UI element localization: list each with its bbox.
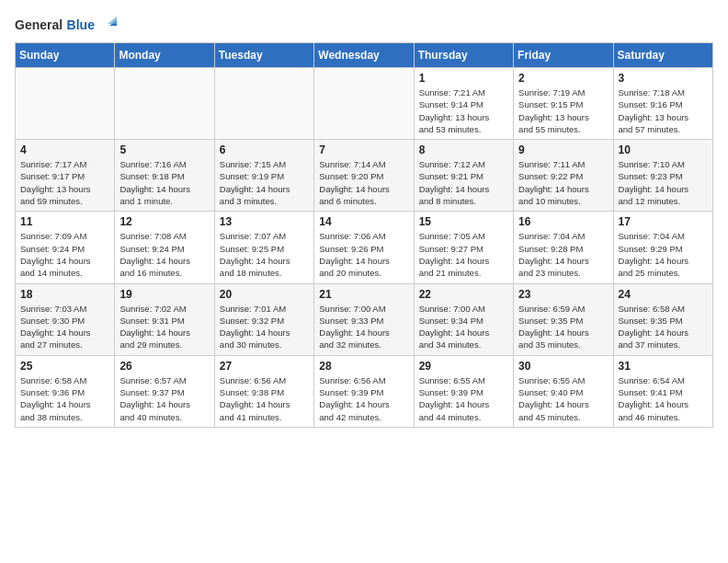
day-number: 31 — [619, 360, 708, 373]
calendar-cell — [16, 68, 115, 140]
day-number: 2 — [518, 72, 608, 85]
calendar-cell — [115, 68, 214, 140]
logo-text-block: General Blue — [15, 17, 95, 33]
svg-marker-1 — [108, 17, 117, 24]
day-info: Sunrise: 7:18 AM Sunset: 9:16 PM Dayligh… — [619, 86, 708, 135]
calendar-cell: 20Sunrise: 7:01 AM Sunset: 9:32 PM Dayli… — [214, 283, 313, 355]
weekday-header: Tuesday — [214, 43, 313, 68]
day-number: 18 — [20, 288, 109, 301]
day-info: Sunrise: 6:58 AM Sunset: 9:36 PM Dayligh… — [20, 374, 109, 423]
day-info: Sunrise: 7:01 AM Sunset: 9:32 PM Dayligh… — [220, 303, 309, 351]
day-number: 24 — [619, 288, 708, 301]
calendar-cell: 25Sunrise: 6:58 AM Sunset: 9:36 PM Dayli… — [16, 355, 115, 427]
calendar-cell: 6Sunrise: 7:15 AM Sunset: 9:19 PM Daylig… — [214, 140, 313, 212]
calendar-cell: 2Sunrise: 7:19 AM Sunset: 9:15 PM Daylig… — [514, 68, 613, 140]
calendar-cell: 23Sunrise: 6:59 AM Sunset: 9:35 PM Dayli… — [514, 283, 613, 355]
day-info: Sunrise: 7:17 AM Sunset: 9:17 PM Dayligh… — [20, 158, 109, 207]
calendar-cell: 24Sunrise: 6:58 AM Sunset: 9:35 PM Dayli… — [613, 283, 712, 355]
calendar-table: SundayMondayTuesdayWednesdayThursdayFrid… — [15, 42, 713, 428]
logo-bird-icon — [97, 15, 117, 35]
calendar-cell: 19Sunrise: 7:02 AM Sunset: 9:31 PM Dayli… — [115, 283, 214, 355]
calendar-cell: 3Sunrise: 7:18 AM Sunset: 9:16 PM Daylig… — [613, 68, 712, 140]
logo-general: General — [15, 17, 63, 32]
day-number: 29 — [419, 360, 508, 373]
calendar-cell: 5Sunrise: 7:16 AM Sunset: 9:18 PM Daylig… — [115, 140, 214, 212]
day-number: 11 — [20, 215, 109, 228]
calendar-cell: 4Sunrise: 7:17 AM Sunset: 9:17 PM Daylig… — [16, 140, 115, 212]
day-number: 14 — [319, 215, 408, 228]
day-info: Sunrise: 6:56 AM Sunset: 9:39 PM Dayligh… — [319, 374, 408, 423]
day-info: Sunrise: 7:14 AM Sunset: 9:20 PM Dayligh… — [319, 158, 408, 207]
day-number: 7 — [319, 144, 408, 156]
day-number: 25 — [20, 360, 109, 373]
day-info: Sunrise: 7:04 AM Sunset: 9:28 PM Dayligh… — [518, 230, 608, 279]
logo-blue: Blue — [67, 17, 95, 32]
day-info: Sunrise: 7:12 AM Sunset: 9:21 PM Dayligh… — [419, 158, 508, 207]
day-info: Sunrise: 7:10 AM Sunset: 9:23 PM Dayligh… — [619, 158, 708, 207]
day-info: Sunrise: 7:06 AM Sunset: 9:26 PM Dayligh… — [319, 230, 408, 279]
day-number: 16 — [518, 215, 608, 228]
calendar-cell: 15Sunrise: 7:05 AM Sunset: 9:27 PM Dayli… — [414, 212, 513, 283]
day-info: Sunrise: 6:54 AM Sunset: 9:41 PM Dayligh… — [619, 374, 708, 423]
day-info: Sunrise: 7:05 AM Sunset: 9:27 PM Dayligh… — [419, 230, 508, 279]
calendar-cell: 27Sunrise: 6:56 AM Sunset: 9:38 PM Dayli… — [214, 355, 313, 427]
calendar-cell: 13Sunrise: 7:07 AM Sunset: 9:25 PM Dayli… — [214, 212, 313, 283]
calendar-cell: 11Sunrise: 7:09 AM Sunset: 9:24 PM Dayli… — [16, 212, 115, 283]
day-number: 5 — [119, 144, 209, 156]
day-number: 10 — [619, 144, 708, 156]
day-info: Sunrise: 7:11 AM Sunset: 9:22 PM Dayligh… — [518, 158, 608, 207]
day-number: 9 — [518, 144, 608, 156]
day-info: Sunrise: 7:19 AM Sunset: 9:15 PM Dayligh… — [518, 86, 608, 135]
logo: General Blue — [15, 15, 117, 35]
day-number: 22 — [419, 288, 508, 301]
calendar-cell: 12Sunrise: 7:08 AM Sunset: 9:24 PM Dayli… — [115, 212, 214, 283]
day-number: 26 — [119, 360, 209, 373]
calendar-week-row: 11Sunrise: 7:09 AM Sunset: 9:24 PM Dayli… — [16, 212, 713, 283]
day-number: 4 — [20, 144, 109, 156]
calendar-week-row: 4Sunrise: 7:17 AM Sunset: 9:17 PM Daylig… — [16, 140, 713, 212]
day-info: Sunrise: 7:04 AM Sunset: 9:29 PM Dayligh… — [619, 230, 708, 279]
calendar-cell: 7Sunrise: 7:14 AM Sunset: 9:20 PM Daylig… — [314, 140, 414, 212]
page-header: General Blue — [15, 15, 713, 35]
calendar-week-row: 18Sunrise: 7:03 AM Sunset: 9:30 PM Dayli… — [16, 283, 713, 355]
weekday-row: SundayMondayTuesdayWednesdayThursdayFrid… — [16, 43, 713, 68]
calendar-cell: 1Sunrise: 7:21 AM Sunset: 9:14 PM Daylig… — [414, 68, 513, 140]
day-info: Sunrise: 7:00 AM Sunset: 9:33 PM Dayligh… — [319, 303, 408, 351]
logo-container: General Blue — [15, 15, 117, 35]
day-info: Sunrise: 6:56 AM Sunset: 9:38 PM Dayligh… — [220, 374, 309, 423]
calendar-cell: 9Sunrise: 7:11 AM Sunset: 9:22 PM Daylig… — [514, 140, 613, 212]
day-number: 30 — [518, 360, 608, 373]
calendar-week-row: 25Sunrise: 6:58 AM Sunset: 9:36 PM Dayli… — [16, 355, 713, 427]
day-number: 3 — [619, 72, 708, 85]
day-info: Sunrise: 7:07 AM Sunset: 9:25 PM Dayligh… — [220, 230, 309, 279]
calendar-cell — [314, 68, 414, 140]
day-number: 27 — [220, 360, 309, 373]
weekday-header: Wednesday — [314, 43, 414, 68]
day-info: Sunrise: 6:55 AM Sunset: 9:39 PM Dayligh… — [419, 374, 508, 423]
day-number: 6 — [220, 144, 309, 156]
day-info: Sunrise: 7:16 AM Sunset: 9:18 PM Dayligh… — [119, 158, 209, 207]
day-number: 19 — [119, 288, 209, 301]
day-number: 21 — [319, 288, 408, 301]
weekday-header: Saturday — [613, 43, 712, 68]
day-info: Sunrise: 7:00 AM Sunset: 9:34 PM Dayligh… — [419, 303, 508, 351]
day-info: Sunrise: 7:03 AM Sunset: 9:30 PM Dayligh… — [20, 303, 109, 351]
day-info: Sunrise: 7:09 AM Sunset: 9:24 PM Dayligh… — [20, 230, 109, 279]
calendar-cell: 8Sunrise: 7:12 AM Sunset: 9:21 PM Daylig… — [414, 140, 513, 212]
day-number: 8 — [419, 144, 508, 156]
day-info: Sunrise: 7:15 AM Sunset: 9:19 PM Dayligh… — [220, 158, 309, 207]
calendar-cell: 31Sunrise: 6:54 AM Sunset: 9:41 PM Dayli… — [613, 355, 712, 427]
day-info: Sunrise: 6:55 AM Sunset: 9:40 PM Dayligh… — [518, 374, 608, 423]
calendar-body: 1Sunrise: 7:21 AM Sunset: 9:14 PM Daylig… — [16, 68, 713, 428]
calendar-cell — [214, 68, 313, 140]
day-number: 17 — [619, 215, 708, 228]
calendar-cell: 17Sunrise: 7:04 AM Sunset: 9:29 PM Dayli… — [613, 212, 712, 283]
day-info: Sunrise: 7:08 AM Sunset: 9:24 PM Dayligh… — [119, 230, 209, 279]
calendar-cell: 29Sunrise: 6:55 AM Sunset: 9:39 PM Dayli… — [414, 355, 513, 427]
calendar-cell: 30Sunrise: 6:55 AM Sunset: 9:40 PM Dayli… — [514, 355, 613, 427]
day-info: Sunrise: 6:57 AM Sunset: 9:37 PM Dayligh… — [119, 374, 209, 423]
calendar-cell: 18Sunrise: 7:03 AM Sunset: 9:30 PM Dayli… — [16, 283, 115, 355]
day-number: 20 — [220, 288, 309, 301]
day-info: Sunrise: 6:59 AM Sunset: 9:35 PM Dayligh… — [518, 303, 608, 351]
calendar-cell: 22Sunrise: 7:00 AM Sunset: 9:34 PM Dayli… — [414, 283, 513, 355]
